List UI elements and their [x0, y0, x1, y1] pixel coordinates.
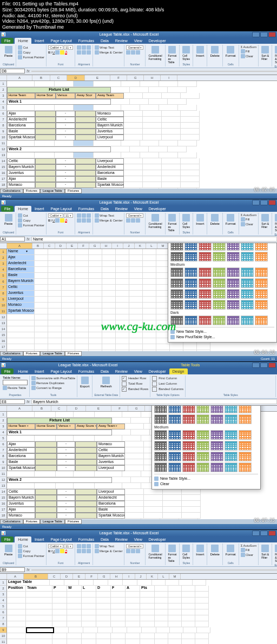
spreadsheet-cell[interactable]: Liverpool: [97, 465, 125, 471]
total-row-checkbox[interactable]: Total Row: [122, 381, 148, 386]
spreadsheet-cell[interactable]: Spartak Moscow: [97, 513, 125, 519]
spreadsheet-cell[interactable]: Bayern Munich: [7, 495, 35, 501]
spreadsheet-cell[interactable]: [140, 639, 155, 644]
row-header[interactable]: 8: [0, 453, 7, 459]
spreadsheet-cell[interactable]: [75, 267, 89, 273]
spreadsheet-cell[interactable]: [182, 609, 195, 615]
delete-cells-button[interactable]: Delete: [209, 45, 220, 58]
spreadsheet-cell[interactable]: [149, 99, 168, 105]
row-header[interactable]: 16: [0, 170, 7, 176]
column-header[interactable]: B: [24, 574, 48, 579]
spreadsheet-cell[interactable]: Bayern Munich: [7, 164, 35, 170]
spreadsheet-cell[interactable]: [96, 621, 111, 627]
table-style-swatch[interactable]: [170, 267, 183, 277]
spreadsheet-cell[interactable]: F: [111, 586, 126, 592]
spreadsheet-cell[interactable]: [195, 603, 209, 609]
spreadsheet-grid[interactable]: ABCDEFGHI12Fixture List3Home TeamHome Sc…: [0, 75, 277, 189]
spreadsheet-cell[interactable]: [155, 603, 168, 609]
spreadsheet-cell[interactable]: [111, 146, 130, 152]
spreadsheet-cell[interactable]: [35, 140, 55, 146]
spreadsheet-cell[interactable]: [170, 627, 183, 633]
spreadsheet-cell[interactable]: [143, 303, 156, 308]
spreadsheet-cell[interactable]: [26, 592, 52, 598]
spreadsheet-cell[interactable]: [55, 105, 74, 111]
maximize-button[interactable]: [260, 531, 268, 536]
row-header[interactable]: 10: [0, 303, 7, 308]
row-header[interactable]: 12: [0, 146, 7, 152]
spreadsheet-cell[interactable]: [149, 87, 168, 93]
spreadsheet-cell[interactable]: [89, 326, 102, 332]
spreadsheet-cell[interactable]: [181, 176, 200, 182]
spreadsheet-cell[interactable]: [94, 105, 121, 111]
spreadsheet-cell[interactable]: [48, 338, 62, 344]
spreadsheet-cell[interactable]: Monaco: [7, 513, 35, 519]
row-header[interactable]: 8: [0, 123, 7, 129]
spreadsheet-cell[interactable]: Juventus: [7, 291, 35, 297]
spreadsheet-cell[interactable]: [95, 471, 122, 477]
spreadsheet-cell[interactable]: [197, 350, 210, 351]
spreadsheet-cell[interactable]: -: [57, 465, 75, 471]
tab-developer[interactable]: Developer: [146, 536, 169, 542]
minimize-button[interactable]: [252, 531, 260, 536]
spreadsheet-cell[interactable]: [74, 519, 95, 519]
border-icon[interactable]: [55, 549, 60, 553]
spreadsheet-cell[interactable]: [35, 465, 57, 471]
sheet-tab[interactable]: League Table: [40, 351, 65, 356]
spreadsheet-cell[interactable]: [52, 598, 67, 603]
column-header[interactable]: J: [135, 574, 147, 579]
spreadsheet-cell[interactable]: [129, 261, 143, 267]
italic-button[interactable]: I: [51, 219, 52, 222]
column-header[interactable]: I: [123, 574, 135, 579]
tab-home[interactable]: Home: [15, 38, 31, 44]
row-header[interactable]: 18: [0, 513, 7, 519]
table-style-swatch[interactable]: [227, 252, 240, 261]
spreadsheet-cell[interactable]: [89, 285, 102, 291]
table-style-swatch[interactable]: [241, 289, 254, 299]
spreadsheet-cell[interactable]: [75, 447, 97, 453]
name-box[interactable]: B9: [0, 567, 25, 572]
spreadsheet-cell[interactable]: [89, 249, 102, 255]
spreadsheet-cell[interactable]: [56, 412, 74, 418]
spreadsheet-cell[interactable]: [121, 140, 140, 146]
spreadsheet-cell[interactable]: [141, 519, 160, 519]
spreadsheet-cell[interactable]: [48, 314, 62, 320]
spreadsheet-cell[interactable]: [75, 255, 89, 261]
spreadsheet-cell[interactable]: [155, 586, 168, 592]
spreadsheet-cell[interactable]: [116, 297, 129, 303]
table-style-swatch[interactable]: [170, 278, 183, 288]
row-header[interactable]: 8: [0, 621, 7, 627]
cut-button[interactable]: Cut: [18, 45, 44, 50]
spreadsheet-cell[interactable]: [127, 627, 142, 633]
sheet-tab[interactable]: Fixtures: [23, 189, 40, 193]
table-style-swatch[interactable]: [184, 252, 197, 261]
spreadsheet-cell[interactable]: [163, 507, 182, 513]
table-style-swatch[interactable]: [227, 316, 240, 325]
tab-design[interactable]: Design: [169, 368, 188, 374]
spreadsheet-cell[interactable]: [35, 435, 56, 441]
sheet-tab[interactable]: Fixtures: [65, 519, 82, 524]
autosum-button[interactable]: Σ AutoSum: [241, 45, 256, 49]
spreadsheet-cell[interactable]: [7, 152, 35, 158]
spreadsheet-cell[interactable]: [7, 344, 35, 350]
column-header[interactable]: C: [51, 406, 67, 411]
spreadsheet-cell[interactable]: [74, 435, 95, 441]
format-cells-button[interactable]: Format: [225, 45, 237, 58]
spreadsheet-cell[interactable]: [26, 609, 52, 615]
spreadsheet-cell[interactable]: [79, 580, 94, 586]
spreadsheet-cell[interactable]: [183, 350, 197, 351]
spreadsheet-cell[interactable]: [182, 598, 195, 603]
table-style-swatch[interactable]: [225, 462, 238, 472]
spreadsheet-cell[interactable]: [75, 279, 89, 285]
column-header[interactable]: J: [123, 243, 135, 249]
spreadsheet-cell[interactable]: [126, 603, 140, 609]
table-style-swatch[interactable]: [241, 252, 254, 261]
spreadsheet-cell[interactable]: [89, 350, 102, 351]
table-style-swatch[interactable]: [196, 452, 209, 461]
tab-formulas[interactable]: Formulas: [75, 206, 97, 212]
bold-button[interactable]: B: [48, 219, 50, 222]
spreadsheet-cell[interactable]: [143, 279, 156, 285]
italic-button[interactable]: I: [51, 51, 52, 54]
spreadsheet-cell[interactable]: [113, 627, 127, 633]
spreadsheet-cell[interactable]: [75, 123, 96, 129]
font-size-dropdown[interactable]: 11 ▾: [64, 544, 73, 548]
